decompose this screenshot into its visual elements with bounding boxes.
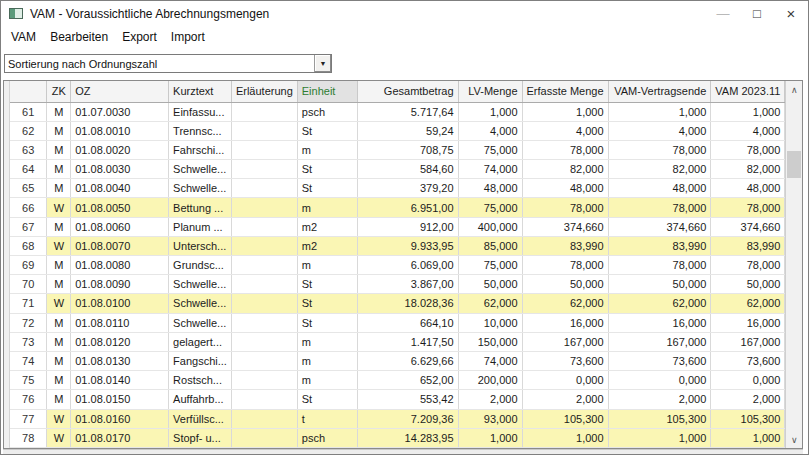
cell-lv_menge[interactable]: 74,000 (458, 160, 522, 179)
cell-einheit[interactable]: m2 (297, 217, 357, 236)
cell-lv_menge[interactable]: 93,000 (458, 409, 522, 428)
dropdown-arrow-icon[interactable]: ▼ (314, 55, 331, 72)
close-button[interactable]: × (774, 1, 808, 26)
cell-kurztext[interactable]: Fangschi... (169, 351, 232, 370)
cell-kurztext[interactable]: Planum ... (169, 217, 232, 236)
cell-einheit[interactable]: m (297, 198, 357, 217)
column-header-vam_vertragsende[interactable]: VAM-Vertragsende (608, 81, 711, 102)
cell-einheit[interactable]: psch (297, 428, 357, 447)
column-header-vam_2023_11[interactable]: VAM 2023.11 (711, 81, 785, 102)
cell-gesamtbetrag[interactable]: 59,24 (357, 121, 458, 140)
cell-einheit[interactable]: m (297, 140, 357, 159)
cell-einheit[interactable]: m (297, 351, 357, 370)
cell-erfasste_menge[interactable]: 62,000 (522, 294, 608, 313)
cell-gesamtbetrag[interactable]: 9.933,95 (357, 236, 458, 255)
cell-gesamtbetrag[interactable]: 6.069,00 (357, 256, 458, 275)
table-row[interactable]: 76M01.08.0150Auffahrb...St553,422,0002,0… (10, 390, 785, 409)
cell-vam_2023_11[interactable]: 1,000 (711, 102, 785, 121)
cell-zk[interactable]: W (47, 428, 71, 447)
cell-einheit[interactable]: St (297, 313, 357, 332)
column-header-erfasste_menge[interactable]: Erfasste Menge (522, 81, 608, 102)
cell-oz[interactable]: 01.08.0030 (71, 160, 169, 179)
table-row[interactable]: 69M01.08.0080Grundsc...m6.069,0075,00078… (10, 256, 785, 275)
cell-gesamtbetrag[interactable]: 379,20 (357, 179, 458, 198)
cell-erlaeuterung[interactable] (231, 428, 297, 447)
cell-gesamtbetrag[interactable]: 5.717,64 (357, 102, 458, 121)
cell-vam_vertragsende[interactable]: 48,000 (608, 179, 711, 198)
cell-erfasste_menge[interactable]: 374,660 (522, 217, 608, 236)
table-row[interactable]: 64M01.08.0030Schwelle...St584,6074,00082… (10, 160, 785, 179)
cell-erlaeuterung[interactable] (231, 275, 297, 294)
cell-zk[interactable]: M (47, 390, 71, 409)
cell-vam_vertragsende[interactable]: 83,990 (608, 236, 711, 255)
cell-kurztext[interactable]: Verfüllsc... (169, 409, 232, 428)
cell-erfasste_menge[interactable]: 167,000 (522, 332, 608, 351)
cell-erlaeuterung[interactable] (231, 256, 297, 275)
scrollbar-thumb[interactable] (787, 151, 801, 178)
cell-erlaeuterung[interactable] (231, 371, 297, 390)
cell-oz[interactable]: 01.08.0160 (71, 409, 169, 428)
cell-lv_menge[interactable]: 4,000 (458, 121, 522, 140)
cell-gesamtbetrag[interactable]: 664,10 (357, 313, 458, 332)
cell-num[interactable]: 78 (10, 428, 47, 447)
cell-vam_vertragsende[interactable]: 16,000 (608, 313, 711, 332)
column-header-einheit[interactable]: Einheit (297, 81, 357, 102)
cell-lv_menge[interactable]: 75,000 (458, 140, 522, 159)
cell-erfasste_menge[interactable]: 83,990 (522, 236, 608, 255)
minimize-button[interactable]: — (706, 1, 740, 26)
cell-vam_vertragsende[interactable]: 1,000 (608, 102, 711, 121)
cell-erlaeuterung[interactable] (231, 102, 297, 121)
table-row[interactable]: 77W01.08.0160Verfüllsc...t7.209,3693,000… (10, 409, 785, 428)
cell-oz[interactable]: 01.08.0090 (71, 275, 169, 294)
cell-vam_vertragsende[interactable]: 1,000 (608, 428, 711, 447)
table-row[interactable]: 78W01.08.0170Stopf- u...psch14.283,951,0… (10, 428, 785, 447)
cell-einheit[interactable]: m2 (297, 236, 357, 255)
cell-vam_2023_11[interactable]: 16,000 (711, 313, 785, 332)
cell-zk[interactable]: W (47, 198, 71, 217)
table-row[interactable]: 71W01.08.0100Schwelle...St18.028,3662,00… (10, 294, 785, 313)
cell-erlaeuterung[interactable] (231, 198, 297, 217)
cell-num[interactable]: 68 (10, 236, 47, 255)
cell-zk[interactable]: W (47, 409, 71, 428)
cell-einheit[interactable]: psch (297, 102, 357, 121)
cell-lv_menge[interactable]: 50,000 (458, 275, 522, 294)
cell-lv_menge[interactable]: 150,000 (458, 332, 522, 351)
cell-oz[interactable]: 01.08.0150 (71, 390, 169, 409)
cell-oz[interactable]: 01.08.0050 (71, 198, 169, 217)
cell-vam_2023_11[interactable]: 4,000 (711, 121, 785, 140)
cell-zk[interactable]: M (47, 351, 71, 370)
cell-num[interactable]: 76 (10, 390, 47, 409)
table-row[interactable]: 68W01.08.0070Untersch...m29.933,9585,000… (10, 236, 785, 255)
cell-kurztext[interactable]: Schwelle... (169, 160, 232, 179)
cell-lv_menge[interactable]: 200,000 (458, 371, 522, 390)
maximize-button[interactable]: □ (740, 1, 774, 26)
cell-erlaeuterung[interactable] (231, 140, 297, 159)
table-row[interactable]: 73M01.08.0120gelagert...m1.417,50150,000… (10, 332, 785, 351)
cell-oz[interactable]: 01.07.0030 (71, 102, 169, 121)
menu-item-export[interactable]: Export (115, 27, 164, 47)
cell-erfasste_menge[interactable]: 78,000 (522, 140, 608, 159)
cell-zk[interactable]: M (47, 160, 71, 179)
column-header-oz[interactable]: OZ (71, 81, 169, 102)
scroll-down-icon[interactable]: ∨ (786, 431, 802, 448)
cell-erfasste_menge[interactable]: 48,000 (522, 179, 608, 198)
cell-einheit[interactable]: St (297, 179, 357, 198)
cell-lv_menge[interactable]: 10,000 (458, 313, 522, 332)
cell-erlaeuterung[interactable] (231, 121, 297, 140)
cell-lv_menge[interactable]: 62,000 (458, 294, 522, 313)
vertical-scrollbar[interactable]: ∧ ∨ (785, 81, 802, 448)
cell-vam_vertragsende[interactable]: 2,000 (608, 390, 711, 409)
cell-erlaeuterung[interactable] (231, 217, 297, 236)
cell-gesamtbetrag[interactable]: 6.629,66 (357, 351, 458, 370)
cell-lv_menge[interactable]: 1,000 (458, 102, 522, 121)
cell-vam_2023_11[interactable]: 374,660 (711, 217, 785, 236)
table-row[interactable]: 63M01.08.0020Fahrschi...m708,7575,00078,… (10, 140, 785, 159)
cell-erfasste_menge[interactable]: 2,000 (522, 390, 608, 409)
cell-num[interactable]: 70 (10, 275, 47, 294)
cell-vam_2023_11[interactable]: 48,000 (711, 179, 785, 198)
cell-zk[interactable]: M (47, 371, 71, 390)
cell-einheit[interactable]: St (297, 294, 357, 313)
sort-dropdown[interactable]: Sortierung nach Ordnungszahl ▼ (4, 54, 332, 73)
cell-vam_2023_11[interactable]: 105,300 (711, 409, 785, 428)
cell-vam_vertragsende[interactable]: 0,000 (608, 371, 711, 390)
